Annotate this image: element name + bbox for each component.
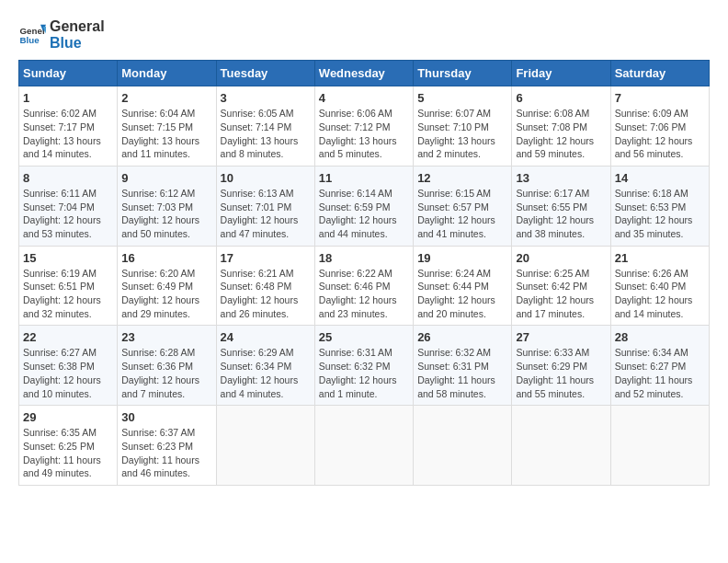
day-info: Sunrise: 6:15 AMSunset: 6:57 PMDaylight:… <box>417 187 507 241</box>
calendar-cell: 1Sunrise: 6:02 AMSunset: 7:17 PMDaylight… <box>19 86 118 167</box>
calendar-cell: 19Sunrise: 6:24 AMSunset: 6:44 PMDayligh… <box>414 246 512 326</box>
day-number: 21 <box>615 251 705 265</box>
day-info: Sunrise: 6:32 AMSunset: 6:31 PMDaylight:… <box>417 346 507 400</box>
day-info: Sunrise: 6:12 AMSunset: 7:03 PMDaylight:… <box>121 187 211 241</box>
svg-text:Blue: Blue <box>20 35 40 45</box>
calendar-header-row: SundayMondayTuesdayWednesdayThursdayFrid… <box>19 61 710 86</box>
calendar-cell: 27Sunrise: 6:33 AMSunset: 6:29 PMDayligh… <box>512 326 610 406</box>
day-number: 9 <box>121 171 211 185</box>
calendar-cell: 15Sunrise: 6:19 AMSunset: 6:51 PMDayligh… <box>19 246 118 326</box>
weekday-header-wednesday: Wednesday <box>314 61 413 86</box>
weekday-header-tuesday: Tuesday <box>216 61 314 86</box>
calendar-cell: 3Sunrise: 6:05 AMSunset: 7:14 PMDaylight… <box>216 86 314 167</box>
calendar-table: SundayMondayTuesdayWednesdayThursdayFrid… <box>18 60 710 486</box>
day-info: Sunrise: 6:13 AMSunset: 7:01 PMDaylight:… <box>221 187 311 241</box>
calendar-cell: 8Sunrise: 6:11 AMSunset: 7:04 PMDaylight… <box>19 166 118 246</box>
calendar-cell: 14Sunrise: 6:18 AMSunset: 6:53 PMDayligh… <box>610 166 709 246</box>
day-info: Sunrise: 6:22 AMSunset: 6:46 PMDaylight:… <box>319 267 409 321</box>
calendar-cell: 23Sunrise: 6:28 AMSunset: 6:36 PMDayligh… <box>118 326 216 406</box>
day-info: Sunrise: 6:37 AMSunset: 6:23 PMDaylight:… <box>121 426 211 480</box>
calendar-cell: 26Sunrise: 6:32 AMSunset: 6:31 PMDayligh… <box>414 326 512 406</box>
calendar-cell: 25Sunrise: 6:31 AMSunset: 6:32 PMDayligh… <box>314 326 413 406</box>
calendar-cell <box>216 406 314 486</box>
day-number: 13 <box>516 171 606 185</box>
day-number: 26 <box>417 330 507 344</box>
day-info: Sunrise: 6:19 AMSunset: 6:51 PMDaylight:… <box>23 267 113 321</box>
day-number: 27 <box>516 330 606 344</box>
day-info: Sunrise: 6:04 AMSunset: 7:15 PMDaylight:… <box>121 107 211 161</box>
day-number: 7 <box>615 91 705 105</box>
day-info: Sunrise: 6:06 AMSunset: 7:12 PMDaylight:… <box>319 107 409 161</box>
calendar-cell: 21Sunrise: 6:26 AMSunset: 6:40 PMDayligh… <box>610 246 709 326</box>
day-info: Sunrise: 6:25 AMSunset: 6:42 PMDaylight:… <box>516 267 606 321</box>
calendar-cell: 11Sunrise: 6:14 AMSunset: 6:59 PMDayligh… <box>314 166 413 246</box>
day-number: 3 <box>221 91 311 105</box>
day-info: Sunrise: 6:31 AMSunset: 6:32 PMDaylight:… <box>319 346 409 400</box>
day-number: 11 <box>319 171 409 185</box>
day-number: 23 <box>121 330 211 344</box>
calendar-cell: 20Sunrise: 6:25 AMSunset: 6:42 PMDayligh… <box>512 246 610 326</box>
day-info: Sunrise: 6:05 AMSunset: 7:14 PMDaylight:… <box>221 107 311 161</box>
calendar-cell: 30Sunrise: 6:37 AMSunset: 6:23 PMDayligh… <box>118 406 216 486</box>
day-number: 16 <box>121 251 211 265</box>
logo-blue: Blue <box>50 35 105 52</box>
calendar-cell <box>314 406 413 486</box>
calendar-week-row: 29Sunrise: 6:35 AMSunset: 6:25 PMDayligh… <box>19 406 710 486</box>
day-info: Sunrise: 6:26 AMSunset: 6:40 PMDaylight:… <box>615 267 705 321</box>
logo-general: General <box>50 18 105 35</box>
calendar-cell: 13Sunrise: 6:17 AMSunset: 6:55 PMDayligh… <box>512 166 610 246</box>
day-number: 2 <box>121 91 211 105</box>
day-number: 20 <box>516 251 606 265</box>
day-info: Sunrise: 6:18 AMSunset: 6:53 PMDaylight:… <box>615 187 705 241</box>
day-info: Sunrise: 6:28 AMSunset: 6:36 PMDaylight:… <box>121 346 211 400</box>
weekday-header-saturday: Saturday <box>610 61 709 86</box>
weekday-header-monday: Monday <box>118 61 216 86</box>
day-number: 17 <box>221 251 311 265</box>
day-number: 15 <box>23 251 113 265</box>
day-info: Sunrise: 6:14 AMSunset: 6:59 PMDaylight:… <box>319 187 409 241</box>
calendar-cell: 9Sunrise: 6:12 AMSunset: 7:03 PMDaylight… <box>118 166 216 246</box>
day-info: Sunrise: 6:21 AMSunset: 6:48 PMDaylight:… <box>221 267 311 321</box>
logo: General Blue General Blue <box>18 18 105 51</box>
day-number: 6 <box>516 91 606 105</box>
day-info: Sunrise: 6:29 AMSunset: 6:34 PMDaylight:… <box>221 346 311 400</box>
day-number: 8 <box>23 171 113 185</box>
calendar-cell: 6Sunrise: 6:08 AMSunset: 7:08 PMDaylight… <box>512 86 610 167</box>
logo-icon: General Blue <box>18 21 46 49</box>
day-number: 5 <box>417 91 507 105</box>
calendar-cell: 17Sunrise: 6:21 AMSunset: 6:48 PMDayligh… <box>216 246 314 326</box>
calendar-cell: 29Sunrise: 6:35 AMSunset: 6:25 PMDayligh… <box>19 406 118 486</box>
calendar-week-row: 15Sunrise: 6:19 AMSunset: 6:51 PMDayligh… <box>19 246 710 326</box>
day-info: Sunrise: 6:20 AMSunset: 6:49 PMDaylight:… <box>121 267 211 321</box>
calendar-cell: 16Sunrise: 6:20 AMSunset: 6:49 PMDayligh… <box>118 246 216 326</box>
day-info: Sunrise: 6:11 AMSunset: 7:04 PMDaylight:… <box>23 187 113 241</box>
day-info: Sunrise: 6:33 AMSunset: 6:29 PMDaylight:… <box>516 346 606 400</box>
day-info: Sunrise: 6:02 AMSunset: 7:17 PMDaylight:… <box>23 107 113 161</box>
day-info: Sunrise: 6:24 AMSunset: 6:44 PMDaylight:… <box>417 267 507 321</box>
day-number: 25 <box>319 330 409 344</box>
calendar-cell: 4Sunrise: 6:06 AMSunset: 7:12 PMDaylight… <box>314 86 413 167</box>
day-info: Sunrise: 6:35 AMSunset: 6:25 PMDaylight:… <box>23 426 113 480</box>
day-info: Sunrise: 6:34 AMSunset: 6:27 PMDaylight:… <box>615 346 705 400</box>
calendar-cell: 10Sunrise: 6:13 AMSunset: 7:01 PMDayligh… <box>216 166 314 246</box>
day-number: 10 <box>221 171 311 185</box>
weekday-header-thursday: Thursday <box>414 61 512 86</box>
calendar-cell: 12Sunrise: 6:15 AMSunset: 6:57 PMDayligh… <box>414 166 512 246</box>
day-info: Sunrise: 6:17 AMSunset: 6:55 PMDaylight:… <box>516 187 606 241</box>
day-number: 18 <box>319 251 409 265</box>
calendar-cell: 2Sunrise: 6:04 AMSunset: 7:15 PMDaylight… <box>118 86 216 167</box>
day-number: 24 <box>221 330 311 344</box>
calendar-cell: 18Sunrise: 6:22 AMSunset: 6:46 PMDayligh… <box>314 246 413 326</box>
day-info: Sunrise: 6:09 AMSunset: 7:06 PMDaylight:… <box>615 107 705 161</box>
day-number: 28 <box>615 330 705 344</box>
day-number: 30 <box>121 410 211 424</box>
day-info: Sunrise: 6:08 AMSunset: 7:08 PMDaylight:… <box>516 107 606 161</box>
day-number: 1 <box>23 91 113 105</box>
calendar-cell <box>414 406 512 486</box>
calendar-week-row: 22Sunrise: 6:27 AMSunset: 6:38 PMDayligh… <box>19 326 710 406</box>
weekday-header-friday: Friday <box>512 61 610 86</box>
calendar-cell <box>610 406 709 486</box>
calendar-week-row: 1Sunrise: 6:02 AMSunset: 7:17 PMDaylight… <box>19 86 710 167</box>
calendar-cell: 7Sunrise: 6:09 AMSunset: 7:06 PMDaylight… <box>610 86 709 167</box>
calendar-cell <box>512 406 610 486</box>
